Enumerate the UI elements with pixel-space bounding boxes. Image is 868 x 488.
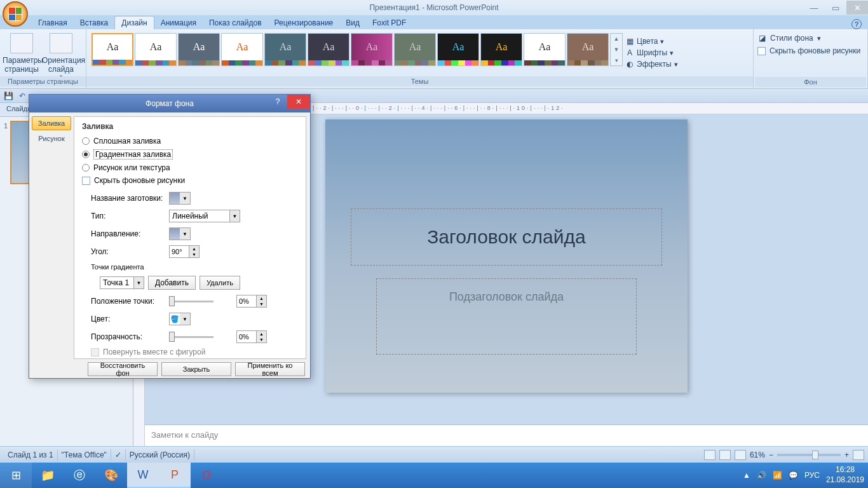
title-placeholder[interactable]: Заголовок слайда <box>351 208 662 266</box>
tab-animation[interactable]: Анимация <box>154 17 203 29</box>
taskbar-paint[interactable]: 🎨 <box>95 463 127 488</box>
background-styles-button[interactable]: ◪Стили фона ▾ <box>757 32 864 44</box>
tab-home[interactable]: Главная <box>32 17 74 29</box>
apply-all-button[interactable]: Применить ко всем <box>235 362 305 376</box>
angle-spinner[interactable]: ▲▼ <box>169 245 200 258</box>
fill-heading: Заливка <box>82 122 298 131</box>
theme-thumb[interactable]: Aa <box>480 33 522 66</box>
tray-icon[interactable]: ▲ <box>743 471 750 480</box>
checkbox-rotate-with-shape: Повернуть вместе с фигурой <box>91 346 298 358</box>
group-background: Фон <box>755 77 866 87</box>
theme-fonts-button[interactable]: AШрифты ▾ <box>625 47 680 58</box>
theme-thumb[interactable]: Aa <box>92 33 133 66</box>
group-page-setup: Параметры страницы <box>0 76 86 86</box>
checkbox-hide-bg[interactable]: Скрыть фоновые рисунки <box>82 174 298 187</box>
office-button[interactable] <box>3 1 28 27</box>
slide: Заголовок слайда Подзаголовок слайда <box>325 119 688 393</box>
restore-button[interactable]: Восстановить фон <box>88 362 158 376</box>
help-icon[interactable]: ? <box>851 19 862 29</box>
language[interactable]: Русский (Россия) <box>126 449 194 461</box>
bucket-icon: 🪣 <box>170 313 180 325</box>
theme-thumb[interactable]: Aa <box>221 33 263 66</box>
taskbar-powerpoint[interactable]: P <box>159 463 191 488</box>
theme-effects-button[interactable]: ◐Эффекты ▾ <box>625 58 680 70</box>
tray-lang[interactable]: РУС <box>804 471 820 480</box>
theme-thumb[interactable]: Aa <box>524 33 566 66</box>
type-dropdown[interactable]: Линейный▼ <box>169 210 240 222</box>
tab-design[interactable]: Дизайн <box>114 16 154 29</box>
radio-solid-fill[interactable]: Сплошная заливка <box>82 135 298 147</box>
slide-orientation-button[interactable]: Ориентация слайда▾ <box>42 33 80 76</box>
page-setup-button[interactable]: Параметры страницы <box>3 33 41 76</box>
dialog-close-button[interactable]: ✕ <box>287 95 310 109</box>
stop-dropdown[interactable]: Точка 1▼ <box>100 276 144 289</box>
fonts-icon: A <box>625 48 634 57</box>
theme-thumb[interactable]: Aa <box>394 33 436 66</box>
effects-icon: ◐ <box>625 60 634 69</box>
preset-dropdown[interactable]: ▼ <box>169 192 191 205</box>
theme-colors-button[interactable]: ▦Цвета ▾ <box>625 36 680 47</box>
view-normal-button[interactable] <box>704 450 715 460</box>
theme-thumb[interactable]: Aa <box>437 33 479 66</box>
save-button[interactable]: 💾 <box>3 90 14 102</box>
dialog-help-button[interactable]: ? <box>268 95 287 109</box>
transparency-slider[interactable] <box>169 336 214 338</box>
thumb-number: 1 <box>4 121 8 184</box>
view-show-button[interactable] <box>735 450 746 460</box>
group-themes: Темы <box>86 76 753 86</box>
tray-network-icon[interactable]: 📶 <box>773 471 782 480</box>
start-button[interactable]: ⊞ <box>0 463 32 488</box>
subtitle-placeholder[interactable]: Подзаголовок слайда <box>376 278 637 355</box>
theme-thumb[interactable]: Aa <box>178 33 220 66</box>
notes-pane[interactable]: Заметки к слайду <box>145 424 868 446</box>
category-fill[interactable]: Заливка <box>32 116 71 130</box>
zoom-in-button[interactable]: + <box>844 451 849 459</box>
theme-name: "Тема Office" <box>58 449 111 461</box>
tray-clock[interactable]: 16:2821.08.2019 <box>826 465 864 485</box>
theme-thumb[interactable]: Aa <box>264 33 306 66</box>
taskbar-explorer[interactable]: 📁 <box>32 463 64 488</box>
theme-thumb[interactable]: Aa <box>135 33 177 66</box>
radio-picture-fill[interactable]: Рисунок или текстура <box>82 161 298 174</box>
color-dropdown[interactable]: 🪣▼ <box>169 313 191 325</box>
statusbar: Слайд 1 из 1 "Тема Office" ✓ Русский (Ро… <box>0 446 868 463</box>
fit-button[interactable] <box>853 450 864 460</box>
taskbar-ie[interactable]: ⓔ <box>64 463 95 488</box>
position-slider[interactable] <box>169 301 214 302</box>
direction-dropdown[interactable]: ▼ <box>169 227 191 240</box>
ribbon: Параметры страницы Ориентация слайда▾ Па… <box>0 29 868 89</box>
dialog-titlebar[interactable]: Формат фона ? ✕ <box>29 95 310 112</box>
taskbar-word[interactable]: W <box>127 463 159 488</box>
ribbon-tabs: Главная Вставка Дизайн Анимация Показ сл… <box>0 15 868 29</box>
close-button[interactable]: ✕ <box>846 1 868 15</box>
close-dialog-button[interactable]: Закрыть <box>161 362 231 376</box>
taskbar-opera[interactable]: O <box>191 463 222 488</box>
tab-foxit[interactable]: Foxit PDF <box>366 17 412 29</box>
tab-insert[interactable]: Вставка <box>74 17 115 29</box>
maximize-button[interactable]: ▭ <box>825 1 846 15</box>
zoom-slider[interactable] <box>777 454 841 456</box>
themes-more[interactable]: ▲▼▾ <box>610 33 623 66</box>
category-picture[interactable]: Рисунок <box>32 132 71 146</box>
tab-view[interactable]: Вид <box>339 17 366 29</box>
spell-check[interactable]: ✓ <box>111 449 126 461</box>
undo-button[interactable]: ↶ <box>17 90 28 102</box>
add-stop-button[interactable]: Добавить <box>148 276 196 290</box>
remove-stop-button[interactable]: Удалить <box>200 276 240 290</box>
tab-review[interactable]: Рецензирование <box>268 17 340 29</box>
radio-gradient-fill[interactable]: Градиентная заливка <box>82 147 298 161</box>
theme-thumb[interactable]: Aa <box>351 33 393 66</box>
tab-slideshow[interactable]: Показ слайдов <box>203 17 268 29</box>
colors-icon: ▦ <box>625 37 634 46</box>
tray-action-icon[interactable]: 💬 <box>789 471 798 480</box>
gradient-stops-label: Точки градиента <box>91 261 298 273</box>
zoom-out-button[interactable]: − <box>769 451 773 459</box>
hide-bg-checkbox[interactable]: Скрыть фоновые рисунки <box>757 44 864 57</box>
view-sorter-button[interactable] <box>719 450 731 460</box>
tray-volume-icon[interactable]: 🔊 <box>757 471 766 480</box>
theme-thumb[interactable]: Aa <box>308 33 349 66</box>
minimize-button[interactable]: — <box>803 1 825 15</box>
theme-thumb[interactable]: Aa <box>567 33 609 66</box>
position-spinner[interactable]: ▲▼ <box>236 295 267 308</box>
transparency-spinner[interactable]: ▲▼ <box>236 330 267 343</box>
